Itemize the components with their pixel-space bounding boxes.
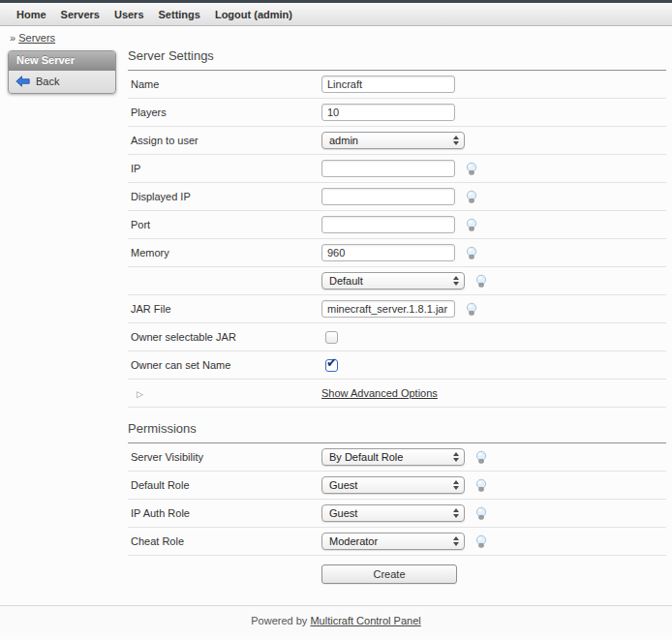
footer-link-multicraft[interactable]: Multicraft Control Panel bbox=[310, 615, 420, 626]
field-control-default-preset: Default bbox=[321, 272, 666, 290]
default-role-select-value: Guest bbox=[329, 479, 453, 491]
field-label-server-visibility: Server Visibility bbox=[128, 451, 321, 463]
port-input[interactable] bbox=[321, 216, 455, 233]
field-label-owner-selectable-jar: Owner selectable JAR bbox=[128, 331, 321, 343]
nav-item-logout-admin[interactable]: Logout (admin) bbox=[215, 9, 292, 20]
server-settings-title: Server Settings bbox=[128, 48, 666, 71]
field-control-owner-selectable-jar bbox=[321, 331, 666, 344]
displayed-ip-input[interactable] bbox=[321, 188, 455, 205]
field-control-players bbox=[321, 104, 666, 121]
permissions-form: Server VisibilityBy Default RoleDefault … bbox=[128, 443, 666, 556]
help-bulb-icon[interactable] bbox=[474, 274, 488, 289]
players-input[interactable] bbox=[321, 104, 455, 121]
field-label-port: Port bbox=[128, 219, 321, 230]
sidebar-box: New Server Back bbox=[8, 50, 116, 94]
cheat-role-select[interactable]: Moderator bbox=[321, 533, 465, 550]
server-visibility-select[interactable]: By Default Role bbox=[321, 448, 465, 466]
help-bulb-icon[interactable] bbox=[474, 534, 488, 549]
main-layout: New Server Back Server Settings NamePlay… bbox=[0, 46, 672, 590]
select-arrows-icon bbox=[453, 276, 459, 286]
back-button[interactable]: Back bbox=[9, 71, 115, 93]
field-control-ip-auth-role: Guest bbox=[321, 504, 666, 522]
field-label-name: Name bbox=[128, 78, 321, 90]
select-arrows-icon bbox=[453, 136, 459, 145]
form-row-server-visibility: Server VisibilityBy Default Role bbox=[128, 443, 666, 472]
field-label-displayed-ip: Displayed IP bbox=[128, 191, 321, 202]
back-arrow-icon bbox=[15, 76, 30, 87]
field-label-ip: IP bbox=[128, 163, 321, 174]
name-input[interactable] bbox=[321, 76, 455, 93]
help-bulb-icon[interactable] bbox=[474, 478, 488, 493]
disclosure-triangle-icon: ▷ bbox=[128, 387, 321, 399]
form-row-ip: IP bbox=[128, 155, 666, 183]
field-control-displayed-ip bbox=[321, 188, 666, 205]
form-row-assign-to-user: Assign to useradmin bbox=[128, 127, 666, 155]
ip-auth-role-select-value: Guest bbox=[329, 507, 453, 519]
field-label-memory: Memory bbox=[128, 247, 321, 259]
button-row: Create bbox=[128, 556, 666, 590]
form-row-ip-auth-role: IP Auth RoleGuest bbox=[128, 500, 666, 528]
field-control-server-visibility: By Default Role bbox=[321, 448, 666, 466]
breadcrumb-symbol: » bbox=[10, 32, 15, 44]
form-row-owner-can-set-name: Owner can set Name✔ bbox=[128, 351, 666, 380]
ip-input[interactable] bbox=[321, 160, 455, 177]
field-control-default-role: Guest bbox=[321, 476, 666, 494]
server-visibility-select-value: By Default Role bbox=[329, 451, 453, 463]
field-control-ip bbox=[321, 160, 666, 177]
show-advanced-options-link[interactable]: Show Advanced Options bbox=[321, 387, 438, 399]
nav-item-servers[interactable]: Servers bbox=[61, 9, 100, 20]
field-control-memory bbox=[321, 244, 666, 261]
ip-auth-role-select[interactable]: Guest bbox=[321, 504, 465, 522]
select-arrows-icon bbox=[453, 508, 459, 518]
field-control-assign-to-user: admin bbox=[321, 132, 666, 149]
form-row-cheat-role: Cheat RoleModerator bbox=[128, 528, 666, 556]
sidebar-title: New Server bbox=[9, 51, 115, 71]
field-label-default-role: Default Role bbox=[128, 479, 321, 491]
select-arrows-icon bbox=[453, 536, 459, 546]
field-control-name bbox=[321, 76, 666, 93]
breadcrumb: » Servers bbox=[0, 26, 672, 46]
permissions-title: Permissions bbox=[128, 421, 666, 443]
default-preset-select-value: Default bbox=[329, 275, 453, 287]
field-control-jar-file bbox=[321, 300, 666, 318]
help-bulb-icon[interactable] bbox=[465, 162, 478, 176]
form-row-default-preset: Default bbox=[128, 267, 666, 295]
form-row-show-advanced-options: ▷Show Advanced Options bbox=[128, 380, 666, 408]
top-nav: HomeServersUsersSettingsLogout (admin) bbox=[0, 3, 672, 26]
field-control-port bbox=[321, 216, 666, 233]
footer-text: Powered by bbox=[251, 615, 307, 626]
create-button[interactable]: Create bbox=[321, 564, 457, 584]
assign-to-user-select[interactable]: admin bbox=[321, 132, 465, 149]
field-label-ip-auth-role: IP Auth Role bbox=[128, 507, 321, 519]
default-role-select[interactable]: Guest bbox=[321, 476, 465, 494]
memory-input[interactable] bbox=[321, 244, 455, 261]
form-row-port: Port bbox=[128, 211, 666, 239]
field-label-players: Players bbox=[128, 107, 321, 118]
jar-file-input[interactable] bbox=[321, 300, 455, 318]
breadcrumb-link-servers[interactable]: Servers bbox=[18, 32, 55, 44]
owner-selectable-jar-checkbox[interactable] bbox=[325, 331, 338, 344]
field-control-show-advanced-options: Show Advanced Options bbox=[321, 387, 666, 399]
nav-item-home[interactable]: Home bbox=[16, 9, 46, 20]
help-bulb-icon[interactable] bbox=[465, 190, 478, 204]
help-bulb-icon[interactable] bbox=[474, 450, 488, 465]
field-label-assign-to-user: Assign to user bbox=[128, 135, 321, 146]
sidebar: New Server Back bbox=[0, 46, 128, 94]
nav-item-settings[interactable]: Settings bbox=[159, 9, 200, 20]
field-label-jar-file: JAR File bbox=[128, 303, 321, 315]
help-bulb-icon[interactable] bbox=[474, 506, 488, 521]
nav-item-users[interactable]: Users bbox=[114, 9, 144, 20]
form-row-name: Name bbox=[128, 71, 666, 99]
back-label: Back bbox=[36, 76, 59, 87]
checkmark-icon: ✔ bbox=[326, 355, 337, 370]
help-bulb-icon[interactable] bbox=[465, 246, 478, 260]
content: Server Settings NamePlayersAssign to use… bbox=[128, 46, 672, 590]
form-row-default-role: Default RoleGuest bbox=[128, 472, 666, 500]
form-row-players: Players bbox=[128, 99, 666, 127]
help-bulb-icon[interactable] bbox=[465, 302, 478, 317]
assign-to-user-select-value: admin bbox=[329, 135, 453, 146]
owner-can-set-name-checkbox[interactable]: ✔ bbox=[325, 359, 338, 372]
help-bulb-icon[interactable] bbox=[465, 218, 478, 232]
default-preset-select[interactable]: Default bbox=[321, 272, 465, 290]
footer: Powered by Multicraft Control Panel bbox=[0, 605, 672, 636]
